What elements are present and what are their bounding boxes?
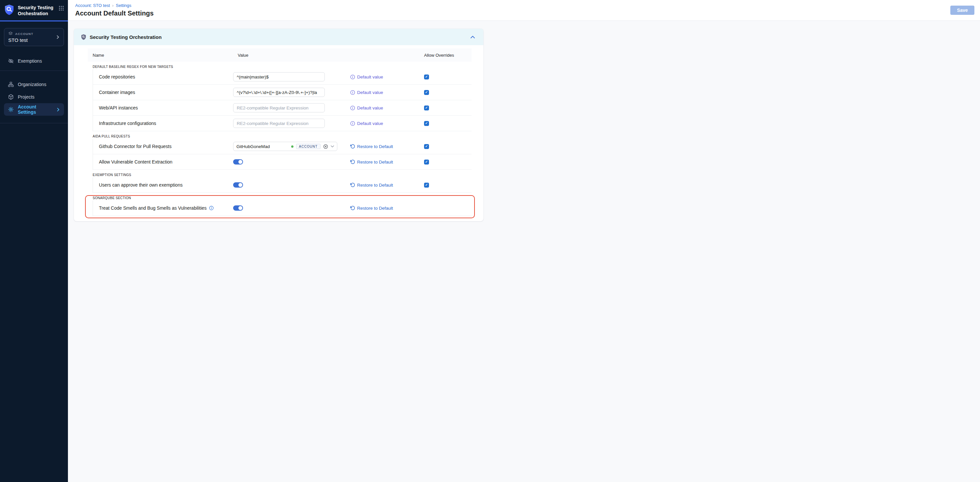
allow-overrides-checkbox[interactable] <box>424 121 429 126</box>
app-switcher-grid-icon[interactable] <box>59 6 64 11</box>
row-value-cell <box>233 205 350 211</box>
connector-select[interactable]: GitHubGoneMadACCOUNT <box>233 142 337 151</box>
value-input[interactable] <box>233 103 325 113</box>
breadcrumb: Account: STO test › Settings <box>75 3 974 8</box>
page-title: Account Default Settings <box>75 10 974 17</box>
breadcrumb-settings-link[interactable]: Settings <box>116 3 131 8</box>
sidebar-item-organizations[interactable]: Organizations <box>0 78 68 91</box>
save-button[interactable]: Save <box>950 6 974 15</box>
content-area: Security Testing Orchestration Name Valu… <box>68 21 980 482</box>
action-label: Restore to Default <box>357 206 393 211</box>
row-override-cell <box>419 90 471 95</box>
sidebar-item-label: Projects <box>18 94 56 100</box>
account-scope-card[interactable]: ACCOUNT STO test <box>4 28 64 46</box>
default-value-link[interactable]: Default value <box>350 75 419 80</box>
value-input[interactable] <box>233 88 325 97</box>
table-header-row: Name Value Allow Overrides <box>88 48 471 62</box>
chevron-up-icon[interactable] <box>471 35 475 39</box>
value-input[interactable] <box>233 119 325 128</box>
clear-circle-icon[interactable] <box>323 144 328 149</box>
settings-group-inner: AIDA PULL REQUESTSGithub Connector for P… <box>93 135 471 170</box>
info-circle-icon <box>350 105 355 110</box>
sidebar-item-projects[interactable]: Projects <box>0 91 68 103</box>
allow-overrides-checkbox[interactable] <box>424 183 429 188</box>
row-override-cell <box>419 75 471 80</box>
allow-overrides-checkbox[interactable] <box>424 90 429 95</box>
module-title: Security Testing Orchestration <box>18 4 56 16</box>
allow-overrides-checkbox[interactable] <box>424 159 429 164</box>
page-header: Account: STO test › Settings Account Def… <box>68 0 980 21</box>
restore-to-default-link[interactable]: Restore to Default <box>350 144 419 149</box>
allow-overrides-checkbox[interactable] <box>424 75 429 80</box>
settings-group: DEFAULT BASELINE REGEX FOR NEW TARGETSCo… <box>88 65 471 131</box>
row-value-cell <box>233 72 350 81</box>
group-label: EXEMPTION SETTINGS <box>93 173 471 177</box>
account-name: STO test <box>8 37 56 43</box>
row-name-cell: Code repositories <box>93 74 233 80</box>
toggle-knob <box>239 160 242 164</box>
row-name-cell: Allow Vulnerable Content Extraction <box>93 159 233 164</box>
sidebar-item-label: Account Settings <box>18 104 52 115</box>
row-name-cell: Web/API instances <box>93 105 233 110</box>
settings-group: AIDA PULL REQUESTSGithub Connector for P… <box>88 135 471 170</box>
sidebar-item-label: Organizations <box>18 82 56 87</box>
shield-icon <box>81 34 86 40</box>
info-circle-icon <box>350 90 355 95</box>
row-name-label: Treat Code Smells and Bug Smells as Vuln… <box>99 205 207 211</box>
row-name-cell: Container images <box>93 90 233 95</box>
module-active-underline <box>0 21 68 21</box>
restore-to-default-link[interactable]: Restore to Default <box>350 206 419 211</box>
toggle-switch[interactable] <box>233 205 243 211</box>
connector-scope-tag: ACCOUNT <box>296 144 320 149</box>
panel-header-security-testing-orchestration[interactable]: Security Testing Orchestration <box>74 29 484 45</box>
column-header-allow-overrides: Allow Overrides <box>419 53 471 58</box>
group-rows: Treat Code Smells and Bug Smells as Vuln… <box>93 200 471 216</box>
table-row: Infrastructure configurationsDefault val… <box>93 116 471 131</box>
row-override-cell <box>419 105 471 110</box>
sidebar-item-account-settings[interactable]: Account Settings <box>4 103 64 116</box>
breadcrumb-account-link[interactable]: Account: STO test <box>75 3 110 8</box>
restore-to-default-link[interactable]: Restore to Default <box>350 183 419 188</box>
row-name-cell: Treat Code Smells and Bug Smells as Vuln… <box>93 205 233 211</box>
group-rows: Github Connector for Pull RequestsGitHub… <box>93 139 471 170</box>
row-override-cell <box>419 159 471 164</box>
restore-to-default-link[interactable]: Restore to Default <box>350 159 419 164</box>
default-value-link[interactable]: Default value <box>350 105 419 110</box>
row-value-cell <box>233 182 350 188</box>
value-input[interactable] <box>233 72 325 81</box>
restore-undo-icon <box>350 159 355 164</box>
toggle-switch[interactable] <box>233 159 243 164</box>
row-name-label: Web/API instances <box>99 105 138 110</box>
default-value-link[interactable]: Default value <box>350 121 419 126</box>
settings-group: SONARQUBE SECTIONTreat Code Smells and B… <box>88 196 471 216</box>
toggle-switch[interactable] <box>233 182 243 188</box>
table-row: Code repositoriesDefault value <box>93 69 471 85</box>
group-label: AIDA PULL REQUESTS <box>93 135 471 138</box>
info-circle-icon <box>350 121 355 126</box>
panel-body: Name Value Allow Overrides DEFAULT BASEL… <box>74 45 484 221</box>
action-label: Default value <box>357 105 383 110</box>
row-name-label: Allow Vulnerable Content Extraction <box>99 159 172 164</box>
info-icon[interactable] <box>209 206 214 210</box>
sidebar-item-exemptions[interactable]: Exemptions <box>0 55 68 67</box>
group-label: DEFAULT BASELINE REGEX FOR NEW TARGETS <box>93 65 471 68</box>
default-value-link[interactable]: Default value <box>350 90 419 95</box>
row-override-cell <box>419 121 471 126</box>
toggle-knob <box>239 183 242 187</box>
row-name-label: Users can approve their own exemptions <box>99 182 183 188</box>
allow-overrides-checkbox[interactable] <box>424 144 429 149</box>
chevron-down-icon[interactable] <box>331 145 334 148</box>
connector-status-dot <box>291 145 293 148</box>
panel-title: Security Testing Orchestration <box>90 34 467 40</box>
connector-name: GitHubGoneMad <box>236 144 288 149</box>
row-name-cell: Infrastructure configurations <box>93 121 233 126</box>
settings-group-inner: SONARQUBE SECTIONTreat Code Smells and B… <box>93 196 471 216</box>
action-label: Restore to Default <box>357 159 393 164</box>
action-label: Default value <box>357 75 383 80</box>
cube-icon <box>8 94 14 100</box>
row-override-cell <box>419 144 471 149</box>
allow-overrides-checkbox[interactable] <box>424 105 429 110</box>
table-row: Allow Vulnerable Content ExtractionResto… <box>93 154 471 170</box>
layers-icon <box>8 31 13 36</box>
chevron-right-icon <box>56 35 60 39</box>
